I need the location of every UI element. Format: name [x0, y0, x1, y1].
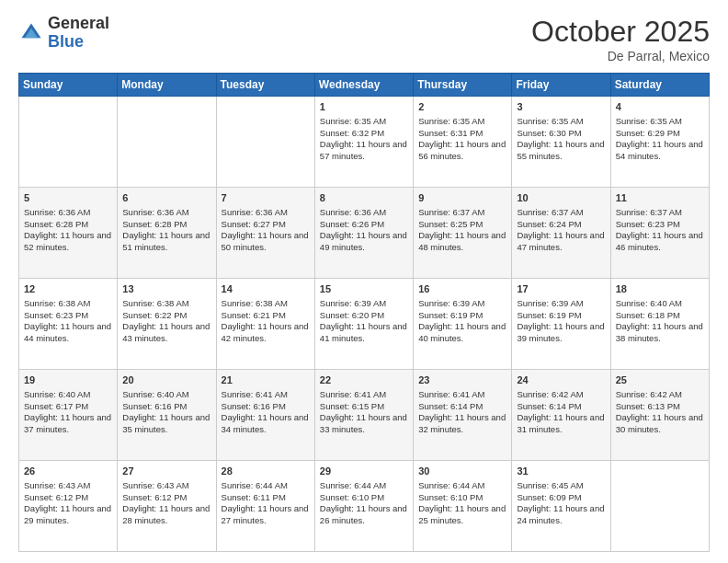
day-number: 2 [418, 100, 506, 114]
calendar-cell: 26Sunrise: 6:43 AMSunset: 6:12 PMDayligh… [19, 461, 118, 552]
sunrise-text: Sunrise: 6:44 AM [418, 480, 506, 492]
sunrise-text: Sunrise: 6:43 AM [24, 480, 112, 492]
calendar-cell: 16Sunrise: 6:39 AMSunset: 6:19 PMDayligh… [414, 279, 512, 370]
location: De Parral, Mexico [531, 49, 710, 63]
col-header-thursday: Thursday [414, 74, 512, 97]
sunset-text: Sunset: 6:32 PM [320, 128, 408, 140]
daylight-text: Daylight: 11 hours and 43 minutes. [122, 321, 210, 345]
day-number: 8 [320, 191, 408, 205]
day-number: 21 [222, 373, 310, 387]
sunrise-text: Sunrise: 6:35 AM [616, 116, 704, 128]
calendar-cell: 18Sunrise: 6:40 AMSunset: 6:18 PMDayligh… [610, 279, 709, 370]
col-header-tuesday: Tuesday [216, 74, 314, 97]
daylight-text: Daylight: 11 hours and 30 minutes. [616, 412, 704, 436]
daylight-text: Daylight: 11 hours and 56 minutes. [418, 139, 506, 163]
sunset-text: Sunset: 6:12 PM [122, 492, 210, 504]
sunset-text: Sunset: 6:30 PM [517, 128, 605, 140]
sunrise-text: Sunrise: 6:36 AM [222, 207, 310, 219]
daylight-text: Daylight: 11 hours and 50 minutes. [222, 230, 310, 254]
sunrise-text: Sunrise: 6:40 AM [122, 389, 210, 401]
day-number: 1 [320, 100, 408, 114]
sunset-text: Sunset: 6:17 PM [24, 401, 112, 413]
day-number: 28 [222, 465, 310, 478]
day-number: 12 [24, 282, 112, 296]
sunset-text: Sunset: 6:16 PM [222, 401, 310, 413]
daylight-text: Daylight: 11 hours and 48 minutes. [418, 230, 506, 254]
calendar-cell: 22Sunrise: 6:41 AMSunset: 6:15 PMDayligh… [314, 370, 413, 461]
daylight-text: Daylight: 11 hours and 27 minutes. [222, 503, 310, 527]
calendar-cell: 19Sunrise: 6:40 AMSunset: 6:17 PMDayligh… [19, 370, 118, 461]
day-number: 3 [517, 100, 605, 114]
calendar-week-5: 26Sunrise: 6:43 AMSunset: 6:12 PMDayligh… [19, 461, 710, 552]
sunrise-text: Sunrise: 6:37 AM [418, 207, 506, 219]
sunset-text: Sunset: 6:14 PM [517, 401, 605, 413]
sunset-text: Sunset: 6:23 PM [24, 310, 112, 322]
sunrise-text: Sunrise: 6:36 AM [24, 207, 112, 219]
sunrise-text: Sunrise: 6:41 AM [320, 389, 408, 401]
calendar-cell: 28Sunrise: 6:44 AMSunset: 6:11 PMDayligh… [216, 461, 314, 552]
title-block: October 2025 De Parral, Mexico [531, 15, 710, 63]
daylight-text: Daylight: 11 hours and 31 minutes. [517, 412, 605, 436]
month-title: October 2025 [531, 15, 710, 49]
sunrise-text: Sunrise: 6:35 AM [418, 116, 506, 128]
sunrise-text: Sunrise: 6:40 AM [24, 389, 112, 401]
sunset-text: Sunset: 6:24 PM [517, 219, 605, 231]
daylight-text: Daylight: 11 hours and 40 minutes. [418, 321, 506, 345]
sunrise-text: Sunrise: 6:45 AM [517, 480, 605, 492]
sunrise-text: Sunrise: 6:39 AM [418, 298, 506, 310]
calendar-cell: 6Sunrise: 6:36 AMSunset: 6:28 PMDaylight… [118, 188, 216, 279]
calendar-cell: 30Sunrise: 6:44 AMSunset: 6:10 PMDayligh… [414, 461, 512, 552]
daylight-text: Daylight: 11 hours and 44 minutes. [24, 321, 112, 345]
sunrise-text: Sunrise: 6:44 AM [320, 480, 408, 492]
calendar-cell: 4Sunrise: 6:35 AMSunset: 6:29 PMDaylight… [610, 97, 709, 188]
calendar-cell: 24Sunrise: 6:42 AMSunset: 6:14 PMDayligh… [512, 370, 610, 461]
calendar-cell [216, 97, 314, 188]
calendar-cell: 27Sunrise: 6:43 AMSunset: 6:12 PMDayligh… [118, 461, 216, 552]
day-number: 25 [616, 373, 704, 387]
calendar-week-1: 1Sunrise: 6:35 AMSunset: 6:32 PMDaylight… [19, 97, 710, 188]
calendar-cell: 13Sunrise: 6:38 AMSunset: 6:22 PMDayligh… [118, 279, 216, 370]
logo-text: General Blue [48, 15, 109, 52]
sunset-text: Sunset: 6:31 PM [418, 128, 506, 140]
calendar-cell: 31Sunrise: 6:45 AMSunset: 6:09 PMDayligh… [512, 461, 610, 552]
daylight-text: Daylight: 11 hours and 25 minutes. [418, 503, 506, 527]
logo-icon [18, 20, 44, 46]
daylight-text: Daylight: 11 hours and 29 minutes. [24, 503, 112, 527]
col-header-sunday: Sunday [19, 74, 118, 97]
sunset-text: Sunset: 6:25 PM [418, 219, 506, 231]
day-number: 14 [222, 282, 310, 296]
sunset-text: Sunset: 6:19 PM [517, 310, 605, 322]
daylight-text: Daylight: 11 hours and 28 minutes. [122, 503, 210, 527]
sunset-text: Sunset: 6:10 PM [320, 492, 408, 504]
sunset-text: Sunset: 6:12 PM [24, 492, 112, 504]
sunset-text: Sunset: 6:26 PM [320, 219, 408, 231]
sunset-text: Sunset: 6:11 PM [222, 492, 310, 504]
day-number: 18 [616, 282, 704, 296]
daylight-text: Daylight: 11 hours and 37 minutes. [24, 412, 112, 436]
calendar-cell [19, 97, 118, 188]
day-number: 24 [517, 373, 605, 387]
sunrise-text: Sunrise: 6:40 AM [616, 298, 704, 310]
daylight-text: Daylight: 11 hours and 51 minutes. [122, 230, 210, 254]
daylight-text: Daylight: 11 hours and 55 minutes. [517, 139, 605, 163]
calendar-cell: 14Sunrise: 6:38 AMSunset: 6:21 PMDayligh… [216, 279, 314, 370]
header: General Blue October 2025 De Parral, Mex… [18, 15, 710, 63]
calendar-cell: 7Sunrise: 6:36 AMSunset: 6:27 PMDaylight… [216, 188, 314, 279]
day-number: 20 [122, 373, 210, 387]
sunrise-text: Sunrise: 6:42 AM [616, 389, 704, 401]
calendar-cell: 21Sunrise: 6:41 AMSunset: 6:16 PMDayligh… [216, 370, 314, 461]
day-number: 23 [418, 373, 506, 387]
sunset-text: Sunset: 6:19 PM [418, 310, 506, 322]
daylight-text: Daylight: 11 hours and 33 minutes. [320, 412, 408, 436]
calendar-cell: 25Sunrise: 6:42 AMSunset: 6:13 PMDayligh… [610, 370, 709, 461]
daylight-text: Daylight: 11 hours and 34 minutes. [222, 412, 310, 436]
day-number: 26 [24, 465, 112, 478]
sunset-text: Sunset: 6:22 PM [122, 310, 210, 322]
sunset-text: Sunset: 6:14 PM [418, 401, 506, 413]
daylight-text: Daylight: 11 hours and 26 minutes. [320, 503, 408, 527]
logo-blue-text: Blue [48, 32, 84, 51]
day-number: 29 [320, 465, 408, 478]
sunrise-text: Sunrise: 6:36 AM [122, 207, 210, 219]
calendar-cell: 10Sunrise: 6:37 AMSunset: 6:24 PMDayligh… [512, 188, 610, 279]
sunset-text: Sunset: 6:09 PM [517, 492, 605, 504]
